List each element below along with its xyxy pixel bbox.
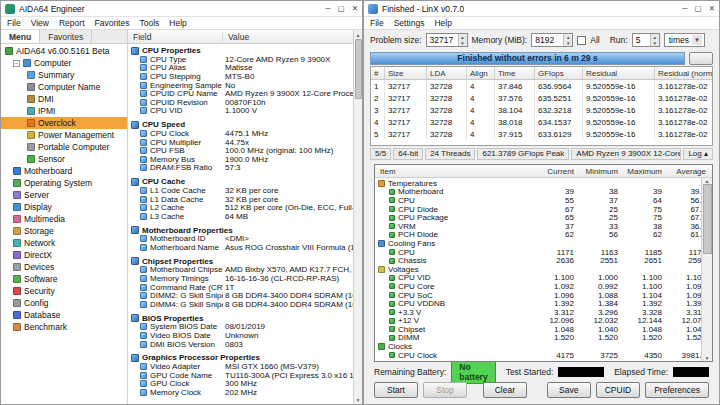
sensor-row[interactable]: CPU1171116311851173 [375, 248, 712, 257]
tab-favorites[interactable]: Favorites [40, 30, 92, 43]
field-row[interactable]: GPU Clock300 MHz [128, 380, 353, 389]
sensor-column-minimum[interactable]: Minimum [580, 167, 624, 176]
sidebar-item-overclock[interactable]: Overclock [1, 117, 127, 129]
menu-settings[interactable]: Settings [394, 18, 425, 28]
sensor-row[interactable]: Chipset1.0481.0401.0481.045 [375, 325, 712, 334]
sensor-row[interactable]: DIMM1.5201.5201.5201.520 [375, 334, 712, 343]
field-row[interactable]: Video BIOS DateUnknown [128, 331, 353, 340]
sensor-row[interactable]: VRM37333836.1 [375, 222, 712, 231]
start-button[interactable]: Start [374, 382, 418, 398]
field-row[interactable]: DIMM2: G Skill SniperX F4-3400C16-8GSXW8… [128, 291, 353, 300]
close-icon[interactable]: ✕ [352, 4, 358, 13]
field-row[interactable]: Memory Timings16-16-16-36 (CL-RCD-RP-RAS… [128, 274, 353, 283]
sensor-group-temperatures[interactable]: Temperatures [375, 179, 712, 188]
sensor-row[interactable]: CPU SoC1.0961.0881.1041.096 [375, 291, 712, 300]
field-row[interactable]: Motherboard NameAsus ROG Crosshair VIII … [128, 243, 353, 252]
sidebar-item-dmi[interactable]: DMI [1, 93, 127, 105]
sidebar-item-sensor[interactable]: Sensor [1, 153, 127, 165]
section-header-chipset-properties[interactable]: Chipset Properties [128, 257, 353, 266]
field-row[interactable]: DRAM:FSB Ratio57:3 [128, 164, 353, 173]
spinner-icon[interactable]: ▲▼ [650, 34, 659, 46]
progress-aux-button[interactable] [689, 52, 713, 65]
sensor-scrollbar[interactable]: ▲ ▼ [701, 178, 712, 361]
sensor-row[interactable]: CPU VID1.1001.0001.1001.100 [375, 274, 712, 283]
field-row[interactable]: Engineering SampleNo [128, 81, 353, 90]
sidebar-item-ipmi[interactable]: IPMI [1, 105, 127, 117]
run-count-input[interactable]: 5 ▲▼ [632, 33, 660, 47]
field-row[interactable]: CPUID CPU NameAMD Ryzen 9 3900X 12-Core … [128, 89, 353, 98]
section-header-motherboard-properties[interactable]: Motherboard Properties [128, 226, 353, 235]
field-row[interactable]: CPU AliasMatisse [128, 64, 353, 73]
sensor-row[interactable]: CPU55376456.4 [375, 196, 712, 205]
menu-view[interactable]: View [31, 18, 49, 28]
sidebar-item-aida64-v6-00-5161-beta[interactable]: AIDA64 v6.00.5161 Beta [1, 45, 127, 57]
sidebar-item-display[interactable]: Display [1, 201, 127, 213]
results-column-gflops[interactable]: GFlops [535, 67, 583, 79]
cpuid-button[interactable]: CPUID [596, 382, 640, 398]
results-column-align[interactable]: Align [467, 67, 495, 79]
sidebar-item-multimedia[interactable]: Multimedia [1, 213, 127, 225]
spinner-icon[interactable]: ▲▼ [458, 34, 467, 46]
scroll-down-icon[interactable]: ▼ [705, 355, 710, 361]
sensor-row[interactable]: +3.3 V3.3123.2963.3283.310 [375, 308, 712, 317]
field-row[interactable]: Memory Clock202 MHz [128, 388, 353, 397]
scrollbar-thumb[interactable] [355, 39, 362, 99]
section-header-cpu-speed[interactable]: CPU Speed [128, 120, 353, 129]
field-row[interactable]: DMI BIOS Version0803 [128, 340, 353, 349]
field-row[interactable]: Video AdapterMSI GTX 1660 (MS-V379) [128, 362, 353, 371]
results-column-lda[interactable]: LDA [427, 67, 467, 79]
sensor-row[interactable]: Chassis2636255126512593 [375, 256, 712, 265]
statusbar-log-button[interactable]: Log ▴ [683, 148, 713, 160]
sensor-row[interactable]: Motherboard39383939.0 [375, 188, 712, 197]
sidebar-item-directx[interactable]: DirectX [1, 249, 127, 261]
sensor-group-clocks[interactable]: Clocks [375, 342, 712, 351]
scroll-down-icon[interactable]: ▼ [356, 395, 361, 404]
results-column-residual[interactable]: Residual [583, 67, 655, 79]
field-row[interactable]: Command Rate (CR)1T [128, 283, 353, 292]
maximize-icon[interactable]: ▢ [338, 4, 345, 13]
sensor-group-cooling-fans[interactable]: Cooling Fans [375, 239, 712, 248]
section-header-bios-properties[interactable]: BIOS Properties [128, 314, 353, 323]
spinner-icon[interactable]: ▲▼ [563, 34, 572, 46]
results-row[interactable]: 43271732728438.018634.15379.520559e-163.… [371, 116, 712, 128]
sensor-row[interactable]: CPU Diode67257567.4 [375, 205, 712, 214]
section-header-cpu-properties[interactable]: CPU Properties [128, 46, 353, 55]
memory-input[interactable]: 8192 ▲▼ [531, 33, 573, 47]
sidebar-item-config[interactable]: Config [1, 297, 127, 309]
results-row[interactable]: 13271732728437.846636.95649.520559e-163.… [371, 80, 712, 92]
field-row[interactable]: CPU Clock4475.1 MHz [128, 129, 353, 138]
menu-help[interactable]: Help [434, 18, 451, 28]
field-row[interactable]: CPU VID1.1000 V [128, 107, 353, 116]
field-row[interactable]: CPU SteppingMTS-B0 [128, 72, 353, 81]
sensor-column-average[interactable]: Average [668, 167, 712, 176]
all-checkbox[interactable] [577, 36, 586, 45]
sidebar-item-software[interactable]: Software [1, 273, 127, 285]
sensor-row[interactable]: CPU VDDNB1.3921.3841.3921.390 [375, 299, 712, 308]
tab-menu[interactable]: Menu [1, 30, 40, 43]
field-row[interactable]: L1 Code Cache32 KB per core [128, 186, 353, 195]
scroll-up-icon[interactable]: ▲ [356, 30, 361, 39]
sidebar-item-operating-system[interactable]: Operating System [1, 177, 127, 189]
field-row[interactable]: Motherboard ID<DMI> [128, 235, 353, 244]
sidebar-item-power-management[interactable]: Power Management [1, 129, 127, 141]
results-column-size[interactable]: Size [385, 67, 427, 79]
sidebar-item-network[interactable]: Network [1, 237, 127, 249]
sidebar-item-summary[interactable]: Summary [1, 69, 127, 81]
collapse-icon[interactable]: − [13, 60, 20, 67]
menu-file[interactable]: File [370, 18, 384, 28]
column-header-field[interactable]: Field [128, 32, 223, 42]
section-header-cpu-cache[interactable]: CPU Cache [128, 177, 353, 186]
problem-size-input[interactable]: 32717 ▲▼ [426, 33, 468, 47]
menu-tools[interactable]: Tools [139, 18, 159, 28]
field-row[interactable]: L3 Cache64 MB [128, 212, 353, 221]
field-row[interactable]: Motherboard ChipsetAMD Bixby X570, AMD K… [128, 266, 353, 275]
save-button[interactable]: Save [547, 382, 591, 398]
field-row[interactable]: L1 Data Cache32 KB per core [128, 195, 353, 204]
section-header-graphics-processor-properties[interactable]: Graphics Processor Properties [128, 353, 353, 362]
results-row[interactable]: 23271732728437.576635.52519.520559e-163.… [371, 92, 712, 104]
field-row[interactable]: L2 Cache512 KB per core (On-Die, ECC, Fu… [128, 203, 353, 212]
field-row[interactable]: DIMM4: G Skill SniperX F4-3400C16-8GSXW8… [128, 300, 353, 309]
field-row[interactable]: Memory Bus1900.0 MHz [128, 155, 353, 164]
minimize-icon[interactable]: ─ [325, 4, 330, 13]
sidebar-item-security[interactable]: Security [1, 285, 127, 297]
